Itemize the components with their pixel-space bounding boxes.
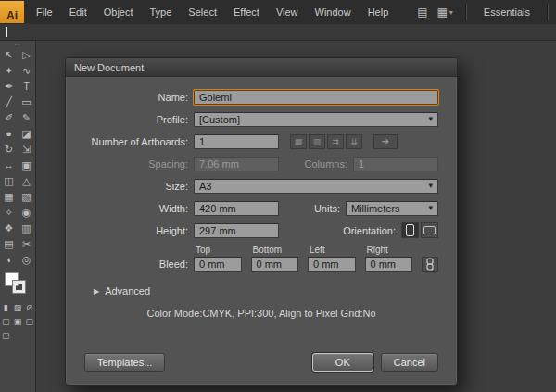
name-row: Name: Golemi: [84, 89, 438, 105]
change-order-button[interactable]: ➔: [373, 134, 398, 149]
menubar-separator: [465, 4, 467, 20]
profile-dropdown[interactable]: [Custom] ▾: [194, 112, 438, 127]
arrange-documents-icon[interactable]: ▦ ▾: [433, 6, 458, 19]
bleed-top-input[interactable]: 0 mm: [194, 257, 242, 272]
size-label: Size:: [84, 181, 194, 192]
column-graph-tool[interactable]: ▥: [18, 221, 35, 236]
bleed-top-column: Top 0 mm: [194, 245, 242, 272]
height-input[interactable]: 297 mm: [194, 223, 279, 238]
panel-toggle-icon[interactable]: ▤: [412, 6, 432, 19]
selection-tool[interactable]: ↖: [0, 47, 18, 63]
size-row: Size: A3 ▾: [84, 178, 438, 194]
rotate-tool[interactable]: ↻: [0, 142, 18, 158]
magic-wand-tool[interactable]: ✦: [0, 63, 18, 79]
spacing-row: Spacing: 7.06 mm Columns: 1: [84, 156, 438, 171]
zoom-tool[interactable]: ◎: [18, 252, 35, 268]
bleed-bottom-label: Bottom: [253, 245, 299, 255]
mesh-tool[interactable]: ▦: [0, 189, 18, 205]
blob-brush-tool[interactable]: ●: [0, 126, 18, 142]
type-tool[interactable]: T: [18, 79, 35, 95]
chevron-down-icon: ▾: [428, 115, 433, 123]
portrait-icon: [406, 224, 414, 236]
grid-by-row-button[interactable]: ▦: [290, 134, 307, 149]
menu-edit[interactable]: Edit: [61, 0, 95, 24]
size-dropdown[interactable]: A3 ▾: [194, 179, 438, 194]
bleed-link-button[interactable]: [422, 257, 438, 272]
blend-tool[interactable]: ◉: [18, 205, 35, 221]
rectangle-tool[interactable]: ▭: [18, 95, 35, 110]
pencil-tool[interactable]: ✎: [18, 110, 35, 126]
shape-builder-tool[interactable]: ◫: [0, 173, 18, 189]
menu-type[interactable]: Type: [142, 0, 181, 24]
dialog-title: New Document: [74, 62, 144, 73]
grid-by-column-button[interactable]: ▥: [309, 134, 325, 149]
artboards-label: Number of Artboards:: [84, 136, 194, 147]
artboards-input[interactable]: 1: [194, 134, 279, 149]
paintbrush-tool[interactable]: ✐: [0, 110, 18, 126]
toolbar-tools: ↖▷✦∿✒T╱▭✐✎●◪↻⇲↔▣◫△▦▧✧◉❖▥▤✂◖◎: [0, 47, 35, 268]
menu-select[interactable]: Select: [180, 0, 225, 24]
bleed-left-label: Left: [310, 245, 356, 255]
eyedropper-tool[interactable]: ✧: [0, 205, 18, 221]
templates-button[interactable]: Templates...: [84, 353, 165, 372]
draw-behind-button[interactable]: ▣: [12, 316, 24, 327]
menu-effect[interactable]: Effect: [225, 0, 268, 24]
dialog-body: Name: Golemi Profile: [Custom] ▾ Number …: [66, 77, 457, 385]
none-button[interactable]: ⊘: [23, 302, 35, 313]
menu-view[interactable]: View: [268, 0, 307, 24]
color-swatches: [0, 271, 35, 300]
dialog-buttons: Templates... OK Cancel: [84, 353, 438, 372]
draw-inside-button[interactable]: ▢: [23, 316, 35, 327]
workspace-switcher[interactable]: Essentials: [474, 6, 539, 18]
scale-tool[interactable]: ⇲: [18, 142, 35, 158]
units-dropdown[interactable]: Millimeters ▾: [346, 201, 438, 216]
line-segment-tool[interactable]: ╱: [0, 95, 18, 110]
width-label: Width:: [84, 203, 194, 214]
width-tool[interactable]: ↔: [0, 158, 18, 173]
orientation-portrait-button[interactable]: [401, 222, 419, 238]
menu-object[interactable]: Object: [95, 0, 142, 24]
spacing-input: 7.06 mm: [194, 157, 279, 171]
bleed-left-input[interactable]: 0 mm: [308, 257, 356, 272]
tools-panel-grip[interactable]: ▪▪: [0, 41, 35, 47]
ok-button[interactable]: OK: [312, 353, 373, 372]
eraser-tool[interactable]: ◪: [18, 126, 35, 142]
screen-mode-button[interactable]: ▢: [0, 330, 12, 341]
arrange-by-row-button[interactable]: ⇉: [327, 134, 344, 149]
name-input[interactable]: Golemi: [194, 90, 438, 105]
menu-file[interactable]: File: [28, 0, 61, 24]
menu-window[interactable]: Window: [307, 0, 360, 24]
lasso-tool[interactable]: ∿: [18, 63, 35, 79]
profile-label: Profile:: [84, 114, 194, 125]
orientation-landscape-button[interactable]: [421, 222, 438, 238]
artboard-tool[interactable]: ▤: [0, 236, 18, 252]
bleed-right-column: Right 0 mm: [365, 245, 413, 272]
advanced-toggle[interactable]: ▶ Advanced: [94, 283, 438, 299]
advanced-label: Advanced: [105, 285, 150, 297]
hand-tool[interactable]: ◖: [0, 252, 18, 268]
symbol-sprayer-tool[interactable]: ❖: [0, 221, 18, 236]
dialog-title-bar[interactable]: New Document: [66, 58, 457, 77]
bleed-row: Bleed: Top 0 mm Bottom 0 mm Left 0 mm: [84, 245, 438, 272]
size-value: A3: [199, 181, 211, 192]
free-transform-tool[interactable]: ▣: [18, 158, 35, 173]
bleed-bottom-input[interactable]: 0 mm: [251, 257, 299, 272]
gradient-tool[interactable]: ▧: [18, 189, 35, 205]
toolbar-extras: ▮▨⊘▢▣▢▢: [0, 302, 35, 341]
profile-value: [Custom]: [199, 114, 240, 125]
slice-tool[interactable]: ✂: [18, 236, 35, 252]
direct-selection-tool[interactable]: ▷: [18, 47, 35, 63]
color-button[interactable]: ▮: [0, 302, 12, 313]
pen-tool[interactable]: ✒: [0, 79, 18, 95]
bleed-right-input[interactable]: 0 mm: [365, 257, 413, 272]
arrange-by-column-button[interactable]: ⇊: [346, 134, 362, 149]
menu-help[interactable]: Help: [360, 0, 398, 24]
stroke-color-swatch[interactable]: [13, 281, 25, 293]
draw-normal-button[interactable]: ▢: [0, 316, 12, 327]
perspective-grid-tool[interactable]: △: [18, 173, 35, 189]
height-row: Height: 297 mm Orientation:: [84, 222, 438, 238]
width-input[interactable]: 420 mm: [194, 201, 279, 216]
cancel-button[interactable]: Cancel: [381, 353, 438, 372]
gradient-button[interactable]: ▨: [12, 302, 24, 313]
columns-label: Columns:: [305, 158, 353, 170]
